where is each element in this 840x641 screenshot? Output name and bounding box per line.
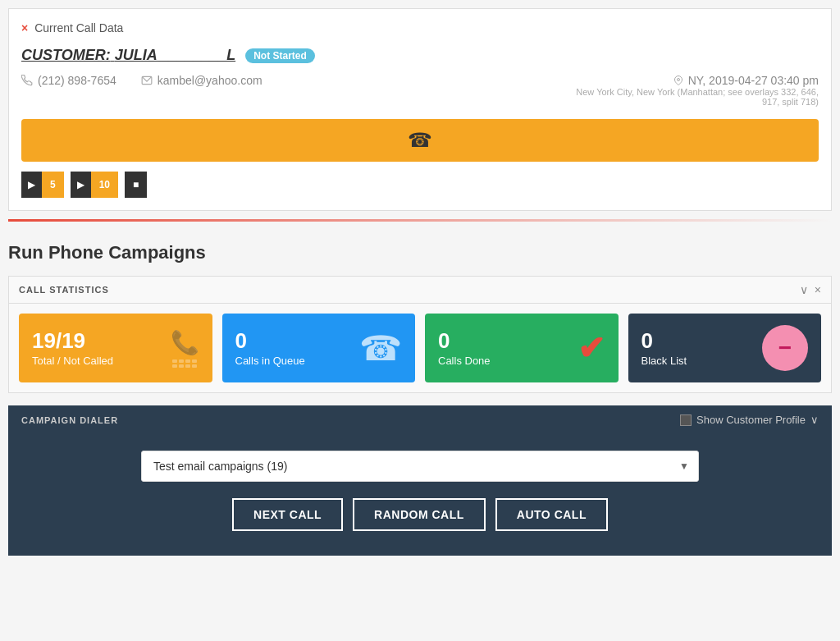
grid-dot xyxy=(172,364,177,368)
campaign-select-wrapper: Test email campaigns (19) ▼ xyxy=(141,451,699,482)
phone-item: (212) 898-7654 xyxy=(21,74,116,87)
stat-label-queue: Calls in Queue xyxy=(235,355,305,367)
svg-point-1 xyxy=(677,79,679,81)
phone-number: (212) 898-7654 xyxy=(38,74,116,87)
stat-number-total: 19/19 xyxy=(32,330,113,351)
campaign-select[interactable]: Test email campaigns (19) xyxy=(141,451,699,482)
contact-details-row: (212) 898-7654 kambel@yahoo.com NY, 2019… xyxy=(21,74,819,107)
stat-text-total: 19/19 Total / Not Called xyxy=(32,330,113,367)
stats-header-label: CALL STATISTICS xyxy=(19,285,109,295)
dialer-panel: CAMPAIGN DIALER Show Customer Profile ∨ … xyxy=(8,405,832,556)
dialer-header-label: CAMPAIGN DIALER xyxy=(21,415,118,425)
grid-dot xyxy=(185,364,190,368)
stat-text-queue: 0 Calls in Queue xyxy=(235,330,305,367)
close-icon[interactable]: × xyxy=(21,21,28,34)
chevron-down-icon: ∨ xyxy=(810,414,819,426)
section-title-bar: × Current Call Data xyxy=(21,21,819,34)
campaigns-section: Run Phone Campaigns CALL STATISTICS ∨ × … xyxy=(0,230,840,568)
action-buttons-row: ▶ 5 ▶ 10 ■ xyxy=(21,172,819,198)
dialer-buttons: NEXT CALL RANDOM CALL AUTO CALL xyxy=(232,498,608,531)
play-10-number: 10 xyxy=(91,172,118,198)
play-5-play-icon: ▶ xyxy=(21,172,42,198)
stat-card-total: 19/19 Total / Not Called 📞 xyxy=(19,314,212,382)
phone-shape-icon: 📞 xyxy=(171,329,199,356)
random-call-button[interactable]: RANDOM CALL xyxy=(353,498,486,531)
phone-grid-icon: 📞 xyxy=(171,329,199,368)
grid-dots xyxy=(172,359,197,368)
stop-button[interactable]: ■ xyxy=(125,172,147,198)
location-main: NY, 2019-04-27 03:40 pm xyxy=(673,74,819,87)
stat-number-blacklist: 0 xyxy=(641,330,687,351)
campaigns-title: Run Phone Campaigns xyxy=(8,242,832,263)
current-call-panel: × Current Call Data CUSTOMER: JULIA ____… xyxy=(8,8,832,211)
section-divider xyxy=(8,219,832,222)
email-icon xyxy=(141,75,153,86)
section-title: Current Call Data xyxy=(34,21,123,34)
show-profile-label: Show Customer Profile xyxy=(696,414,806,426)
location-text: NY, 2019-04-27 03:40 pm xyxy=(688,74,819,87)
stats-close-icon[interactable]: × xyxy=(815,283,821,296)
call-button[interactable]: ☎ xyxy=(21,119,819,162)
grid-dot xyxy=(179,359,184,363)
stats-panel: CALL STATISTICS ∨ × 19/19 Total / Not Ca… xyxy=(8,276,832,393)
stat-text-done: 0 Calls Done xyxy=(438,330,491,367)
stat-number-done: 0 xyxy=(438,330,491,351)
stats-collapse-icon[interactable]: ∨ xyxy=(800,283,808,296)
customer-name: CUSTOMER: JULIA ________L xyxy=(21,47,235,64)
stat-card-queue: 0 Calls in Queue ☎ xyxy=(222,314,416,382)
stats-cards: 19/19 Total / Not Called 📞 xyxy=(9,304,831,392)
stat-label-done: Calls Done xyxy=(438,355,491,367)
grid-dot xyxy=(192,359,197,363)
email-address: kambel@yahoo.com xyxy=(158,74,262,87)
status-badge: Not Started xyxy=(245,48,315,63)
play-10-play-icon: ▶ xyxy=(71,172,91,198)
location-block: NY, 2019-04-27 03:40 pm New York City, N… xyxy=(576,74,819,107)
phone-icon xyxy=(21,75,33,86)
call-phone-icon: ☎ xyxy=(408,129,432,152)
stat-card-done: 0 Calls Done ✔ xyxy=(425,314,619,382)
next-call-button[interactable]: NEXT CALL xyxy=(232,498,343,531)
play-5-number: 5 xyxy=(42,172,64,198)
location-detail: New York City, New York (Manhattan; see … xyxy=(576,87,819,97)
email-item: kambel@yahoo.com xyxy=(141,74,262,87)
location-detail2: 917, split 718) xyxy=(762,97,819,107)
play-10-button[interactable]: ▶ 10 xyxy=(71,172,118,198)
stat-card-blacklist: 0 Black List − xyxy=(628,314,822,382)
stat-label-blacklist: Black List xyxy=(641,355,687,367)
play-5-button[interactable]: ▶ 5 xyxy=(21,172,64,198)
show-profile-control[interactable]: Show Customer Profile ∨ xyxy=(680,414,819,426)
grid-dot xyxy=(179,364,184,368)
minus-circle-icon: − xyxy=(762,325,808,371)
checkmark-icon: ✔ xyxy=(578,329,605,367)
grid-dot xyxy=(185,359,190,363)
phone-white-icon: ☎ xyxy=(359,328,402,369)
stat-label-total: Total / Not Called xyxy=(32,355,113,367)
customer-info-row: CUSTOMER: JULIA ________L Not Started xyxy=(21,47,819,64)
stats-header: CALL STATISTICS ∨ × xyxy=(9,277,831,304)
stat-number-queue: 0 xyxy=(235,330,305,351)
grid-dot xyxy=(192,364,197,368)
stat-text-blacklist: 0 Black List xyxy=(641,330,687,367)
grid-dot xyxy=(172,359,177,363)
dialer-body: Test email campaigns (19) ▼ NEXT CALL RA… xyxy=(8,434,832,556)
auto-call-button[interactable]: AUTO CALL xyxy=(495,498,608,531)
dialer-header: CAMPAIGN DIALER Show Customer Profile ∨ xyxy=(8,405,832,434)
location-icon xyxy=(673,75,683,86)
show-profile-checkbox[interactable] xyxy=(680,414,692,426)
stats-controls: ∨ × xyxy=(800,283,821,296)
